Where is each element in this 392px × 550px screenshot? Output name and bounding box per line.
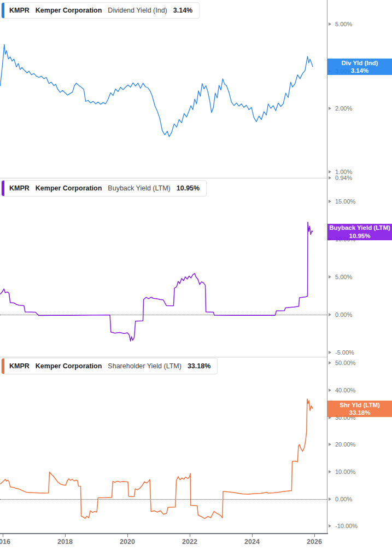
legend-text: KMPR Kemper Corporation Shareholder Yiel… xyxy=(4,358,217,374)
last-value-badge-div-yld: Div Yld (Ind) 3.14% xyxy=(327,59,392,75)
company-name: Kemper Corporation xyxy=(36,7,102,14)
y-axis-tick-label: 5.00% xyxy=(335,21,352,27)
series-line xyxy=(0,399,313,519)
y-axis-tick-arrow xyxy=(329,176,331,180)
metric-value: 10.95% xyxy=(177,184,200,192)
y-axis-line xyxy=(327,0,327,534)
y-axis-tick-label: -5.00% xyxy=(335,349,354,356)
chart-legend-dividend-yield[interactable]: KMPR Kemper Corporation Dividend Yield (… xyxy=(1,2,200,19)
y-axis-tick-arrow xyxy=(329,389,331,392)
x-axis-year-label: 2018 xyxy=(57,538,73,546)
y-axis-tick-label: 20.00% xyxy=(335,441,355,448)
y-axis-tick-arrow xyxy=(329,275,331,279)
y-axis-tick-arrow xyxy=(329,107,331,110)
legend-text: KMPR Kemper Corporation Dividend Yield (… xyxy=(4,3,199,18)
y-axis-tick-label: 15.00% xyxy=(335,198,355,205)
x-axis-tick xyxy=(3,534,3,537)
x-axis-tick xyxy=(252,534,253,537)
y-axis-tick-arrow xyxy=(329,351,331,354)
y-axis-tick-label: 5.00% xyxy=(335,274,352,280)
badge-series-name: Div Yld (Ind) xyxy=(342,59,378,67)
badge-value: 10.95% xyxy=(349,232,370,240)
x-axis-year-label: 2016 xyxy=(0,538,10,546)
badge-series-name: Shr Yld (LTM) xyxy=(340,401,380,409)
y-axis-tick-label: 50.00% xyxy=(335,360,355,366)
badge-value: 33.18% xyxy=(349,409,370,416)
y-axis-tick-label: -10.00% xyxy=(335,523,358,529)
chart-legend-shareholder-yield[interactable]: KMPR Kemper Corporation Shareholder Yiel… xyxy=(1,358,218,374)
y-axis-tick-arrow xyxy=(329,313,331,316)
metric-name: Shareholder Yield (LTM) xyxy=(108,362,182,370)
series-line xyxy=(0,44,313,137)
chart-legend-buyback-yield[interactable]: KMPR Kemper Corporation Buyback Yield (L… xyxy=(1,180,207,196)
y-axis-tick-arrow xyxy=(329,443,331,446)
badge-value: 3.14% xyxy=(351,67,369,74)
y-axis-tick-label: 40.00% xyxy=(335,387,355,393)
x-axis-tick xyxy=(314,534,315,537)
y-axis-tick-arrow xyxy=(329,361,331,364)
x-axis-tick xyxy=(65,534,66,537)
legend-text: KMPR Kemper Corporation Buyback Yield (L… xyxy=(4,181,206,196)
x-axis-tick xyxy=(190,534,190,537)
last-value-badge-buyback-yld: Buyback Yield (LTM) 10.95% xyxy=(327,224,392,240)
y-axis-tick-label: 0.00% xyxy=(335,496,352,502)
ticker-label: KMPR xyxy=(9,7,30,14)
ticker-label: KMPR xyxy=(9,184,30,192)
x-axis-year-label: 2022 xyxy=(182,538,197,546)
x-axis-tick xyxy=(127,534,128,537)
ticker-label: KMPR xyxy=(9,362,30,370)
y-axis-tick-arrow xyxy=(329,200,331,203)
y-axis-tick-arrow xyxy=(329,524,331,528)
y-axis-tick-arrow xyxy=(329,470,331,473)
y-axis-tick-label: 2.00% xyxy=(335,105,352,112)
badge-series-name: Buyback Yield (LTM) xyxy=(329,224,390,231)
y-axis-tick-arrow xyxy=(329,22,331,26)
metric-name: Buyback Yield (LTM) xyxy=(108,184,170,192)
x-axis-year-label: 2024 xyxy=(244,538,260,546)
metric-value: 33.18% xyxy=(188,362,210,370)
metric-value: 3.14% xyxy=(173,7,192,14)
y-axis-tick-arrow xyxy=(329,497,331,501)
chart-plot-area[interactable] xyxy=(0,0,327,534)
company-name: Kemper Corporation xyxy=(36,362,102,370)
last-value-badge-shr-yld: Shr Yld (LTM) 33.18% xyxy=(327,401,392,417)
x-axis-line xyxy=(0,533,328,534)
series-line xyxy=(0,222,313,341)
y-axis-tick-arrow xyxy=(329,170,331,173)
y-axis-tick-label: 0.94% xyxy=(335,175,352,181)
y-axis-tick-label: 0.00% xyxy=(335,311,352,318)
x-axis-year-label: 2026 xyxy=(307,538,322,546)
x-axis-year-label: 2020 xyxy=(120,538,135,546)
company-name: Kemper Corporation xyxy=(36,184,102,192)
chart-stack: KMPR Kemper Corporation Dividend Yield (… xyxy=(0,0,392,550)
y-axis-tick-label: 10.00% xyxy=(335,468,355,475)
metric-name: Dividend Yield (Ind) xyxy=(108,7,167,14)
